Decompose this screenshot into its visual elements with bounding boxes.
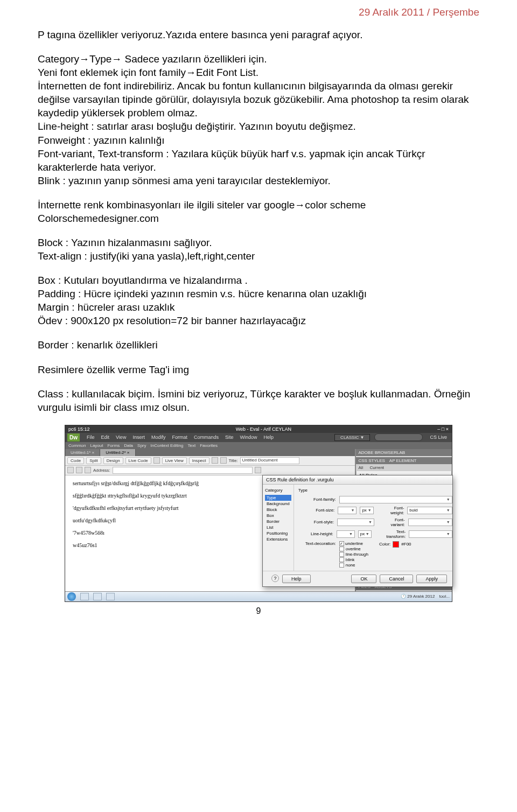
paragraph-5: Box : Kutuları boyutlandırma ve hizaland… (38, 274, 479, 327)
address-input[interactable] (113, 467, 253, 474)
document-tabs: Untitled-1* × Untitled-2* × (65, 449, 355, 456)
checkbox-icon (339, 563, 344, 568)
css-current-tab[interactable]: Current (369, 465, 384, 470)
font-weight-select[interactable]: bold▼ (407, 507, 452, 514)
taskbar-tool[interactable]: tool... (439, 594, 450, 599)
live-view-button[interactable]: Live View (162, 457, 187, 464)
taskbar-app-icon[interactable] (93, 593, 102, 600)
font-variant-label: Font-variant: (382, 517, 405, 527)
menu-view[interactable]: View (113, 435, 129, 440)
insertbar-forms[interactable]: Forms (107, 443, 120, 448)
apply-button[interactable]: Apply (416, 575, 447, 583)
title-input[interactable]: Untitled Document (240, 457, 299, 464)
deco-none[interactable]: none (339, 563, 368, 568)
insertbar-text[interactable]: Text (187, 443, 195, 448)
menu-commands[interactable]: Commands (191, 435, 221, 440)
css-rule-dialog: CSS Rule definition for .vurgulu Categor… (262, 475, 453, 587)
menu-modify[interactable]: Modify (149, 435, 169, 440)
taskbar-app-icon[interactable] (80, 593, 89, 600)
cat-list[interactable]: List (265, 524, 291, 530)
insertbar-common[interactable]: Common (68, 443, 86, 448)
cat-background[interactable]: Background (265, 501, 291, 507)
text-decoration-row: Text-decoration: ✓ underline overline li… (298, 541, 452, 568)
checkbox-icon (339, 557, 344, 562)
live-code-button[interactable]: Live Code (125, 457, 151, 464)
cancel-button[interactable]: Cancel (380, 575, 413, 583)
line-height-select[interactable]: ▼ (337, 530, 355, 538)
address-label: Address: (93, 468, 110, 473)
menu-format[interactable]: Format (169, 435, 190, 440)
doc-tab-2[interactable]: Untitled-2* × (100, 449, 135, 456)
window-controls[interactable]: – □ × (437, 426, 449, 432)
app-menubar: Dw File Edit View Insert Modify Format C… (65, 433, 452, 442)
help-icon[interactable]: ? (271, 575, 279, 582)
view-design-button[interactable]: Design (103, 457, 123, 464)
font-style-select[interactable]: ▼ (337, 519, 374, 526)
font-size-unit[interactable]: px▼ (360, 507, 373, 514)
insertbar-favorites[interactable]: Favorites (200, 443, 218, 448)
paragraph-1: P tagına özellikler veriyoruz.Yazıda ent… (38, 28, 479, 41)
taskbar-app-icon[interactable] (106, 593, 115, 600)
view-split-button[interactable]: Split (86, 457, 101, 464)
cat-block[interactable]: Block (265, 507, 291, 513)
line-height-label: Line-height: (298, 531, 333, 536)
font-style-label: Font-style: (298, 520, 334, 524)
panel-css-tab[interactable]: CSS STYLES (359, 458, 385, 463)
panel-ap-tab[interactable]: AP ELEMENT (389, 458, 417, 463)
font-variant-select[interactable]: ▼ (408, 519, 452, 526)
css-all-tab[interactable]: All (359, 465, 364, 470)
menu-insert[interactable]: Insert (130, 435, 148, 440)
start-button-icon[interactable] (67, 592, 76, 601)
cat-extensions[interactable]: Extensions (265, 536, 291, 542)
doc-tab-1[interactable]: Untitled-1* × (65, 449, 100, 456)
menu-file[interactable]: File (84, 435, 97, 440)
line-height-row: Line-height: ▼ px▼ Text-transform: ▼ (298, 529, 452, 539)
font-style-row: Font-style: ▼ Font-variant: ▼ (298, 517, 452, 527)
nav-fwd-icon[interactable] (76, 467, 82, 473)
cslive-button[interactable]: CS Live (427, 435, 450, 440)
cat-box[interactable]: Box (265, 513, 291, 519)
insertbar-data[interactable]: Data (124, 443, 133, 448)
insertbar-spry[interactable]: Spry (137, 443, 146, 448)
panel-css-header[interactable]: CSS STYLES AP ELEMENT (356, 457, 452, 464)
insert-bar: Common Layout Forms Data Spry InContext … (65, 442, 452, 449)
workspace-switcher[interactable]: CLASSIC ▼ (334, 434, 370, 441)
toolbar-icon-3[interactable] (220, 457, 227, 464)
deco-linethrough[interactable]: line-through (339, 552, 368, 557)
nav-home-icon[interactable] (85, 467, 91, 473)
font-family-select[interactable]: ▼ (339, 496, 452, 503)
menu-window[interactable]: Window (237, 435, 260, 440)
panel-browserlab-header[interactable]: ADOBE BROWSERLAB (356, 449, 452, 456)
line-height-unit[interactable]: px▼ (358, 530, 372, 538)
ok-button[interactable]: OK (351, 575, 376, 583)
browser-icon[interactable] (255, 467, 261, 473)
title-label: Title: (229, 458, 238, 463)
insertbar-layout[interactable]: Layout (90, 443, 103, 448)
insertbar-incontext[interactable]: InContext Editing (151, 443, 184, 448)
deco-overline[interactable]: overline (339, 547, 368, 551)
color-input[interactable]: #F00 (401, 542, 425, 547)
text-transform-select[interactable]: ▼ (409, 530, 452, 538)
deco-underline[interactable]: ✓ underline (339, 541, 363, 546)
color-swatch-icon[interactable] (393, 541, 399, 548)
cat-border[interactable]: Border (265, 519, 291, 524)
search-input[interactable] (374, 433, 423, 441)
font-size-select[interactable]: ▼ (338, 507, 357, 514)
cat-positioning[interactable]: Positioning (265, 530, 291, 536)
deco-blink[interactable]: blink (339, 557, 368, 562)
paragraph-3: İnternette renk kombinasyonları ile ilgi… (38, 198, 479, 225)
menu-site[interactable]: Site (222, 435, 236, 440)
toolbar-icon[interactable] (153, 457, 160, 464)
dialog-title: CSS Rule definition for .vurgulu (263, 475, 452, 485)
css-mode-tabs: All Current (356, 464, 452, 471)
taskbar-left-info: pc6 15:12 (68, 426, 90, 432)
help-button[interactable]: Help (282, 575, 311, 583)
inspect-button[interactable]: Inspect (189, 457, 209, 464)
dialog-button-row: ? Help OK Cancel Apply (263, 571, 452, 586)
nav-back-icon[interactable] (67, 467, 74, 473)
menu-edit[interactable]: Edit (99, 435, 113, 440)
toolbar-icon-2[interactable] (212, 457, 218, 464)
menu-help[interactable]: Help (261, 435, 276, 440)
cat-type[interactable]: Type (265, 495, 291, 501)
view-code-button[interactable]: Code (67, 457, 84, 464)
